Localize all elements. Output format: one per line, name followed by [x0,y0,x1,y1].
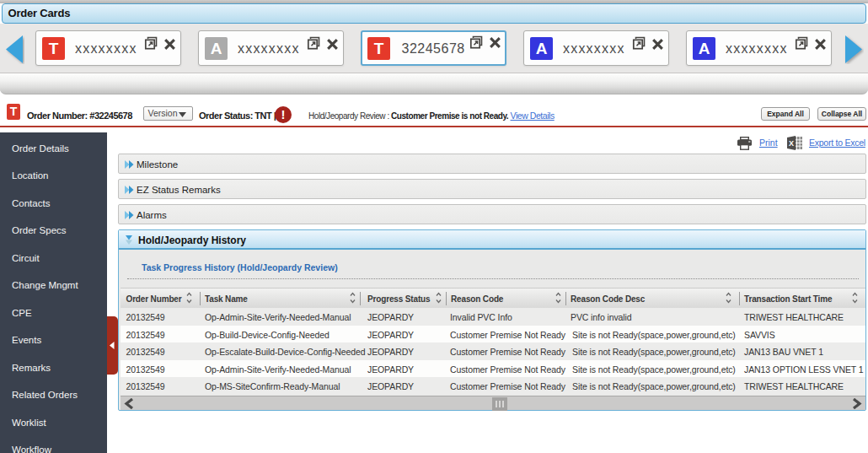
svg-text:X: X [789,139,794,148]
